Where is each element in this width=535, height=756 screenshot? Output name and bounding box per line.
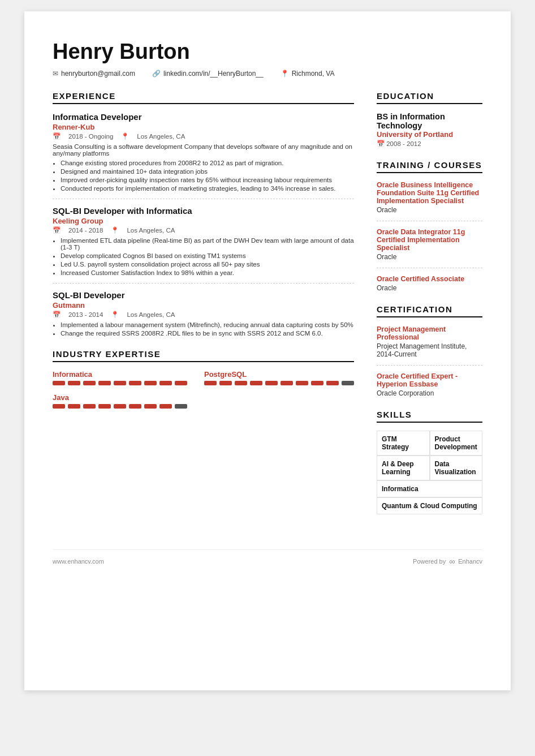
bullet-2-3: Led U.S. payroll system consolidation pr… [61, 261, 354, 268]
email-icon: ✉ [53, 70, 58, 78]
skills-grid: GTM Strategy Product Development AI & De… [377, 431, 482, 514]
dot-empty [175, 404, 187, 409]
education-section: EDUCATION BS in Information Technology U… [377, 91, 482, 148]
dot [296, 381, 308, 385]
certification-title: CERTIFICATION [377, 304, 482, 317]
footer: www.enhancv.com Powered by ∞ Enhancv [53, 549, 482, 566]
bullet-3-2: Change the required SSRS 2008R2 .RDL fil… [61, 330, 354, 337]
calendar-icon-2: 📅 [53, 226, 61, 234]
dot [159, 404, 172, 409]
skills-title: SKILLS [377, 410, 482, 423]
contact-row: ✉ henryburton@gmail.com 🔗 linkedin.com/i… [53, 70, 482, 78]
industry-title: INDUSTRY EXPERTISE [53, 349, 354, 362]
dot [159, 381, 172, 385]
skill-informatica: Informatica [377, 480, 482, 497]
training-item-3: Oracle Certified Associate Oracle [377, 275, 482, 292]
job-1: Informatica Developer Renner-Kub 📅 2018 … [53, 112, 354, 192]
dot [265, 381, 278, 385]
job-title-3: SQL-BI Developer [53, 290, 354, 300]
enhancv-logo-icon: ∞ [449, 557, 455, 566]
dot [235, 381, 247, 385]
bullet-1-1: Change existing stored procedures from 2… [61, 160, 354, 166]
industry-item-java: Java [53, 393, 354, 409]
dot [175, 381, 187, 385]
footer-brand: Powered by ∞ Enhancv [413, 557, 482, 566]
edu-calendar-icon: 📅 [377, 140, 385, 147]
bullet-1-3: Improved order-picking quality inspectio… [61, 177, 354, 183]
company-3: Gutmann [53, 301, 354, 310]
training-section: TRAINING / COURSES Oracle Business Intel… [377, 160, 482, 292]
location-icon-1: 📍 [121, 132, 129, 140]
industry-item-informatica: Informatica [53, 370, 187, 391]
bullet-3-1: Implemented a labour management system (… [61, 321, 354, 328]
training-org-2: Oracle [377, 253, 482, 261]
location-icon: 📍 [281, 70, 289, 78]
job-meta-2: 📅 2014 - 2018 📍 Los Angeles, CA [53, 226, 354, 234]
experience-title: EXPERIENCE [53, 91, 354, 104]
industry-grid: Informatica [53, 370, 354, 391]
linkedin-contact: 🔗 linkedin.com/in/__HenryBurton__ [152, 70, 264, 78]
dates-1: 2018 - Ongoing [68, 133, 113, 140]
education-title: EDUCATION [377, 91, 482, 104]
powered-by-label: Powered by [413, 558, 446, 565]
training-name-2: Oracle Data Integrator 11g Certified Imp… [377, 228, 482, 252]
industry-label-postgresql: PostgreSQL [204, 370, 354, 379]
bullets-2: Implemented ETL data pipeline (Real-time… [53, 237, 354, 276]
experience-section: EXPERIENCE Informatica Developer Renner-… [53, 91, 354, 337]
job-3: SQL-BI Developer Gutmann 📅 2013 - 2014 📍… [53, 290, 354, 337]
dot [326, 381, 339, 385]
skill-gtm: GTM Strategy [377, 431, 430, 456]
dot [83, 381, 96, 385]
location-icon-3: 📍 [111, 311, 119, 319]
dot [204, 381, 217, 385]
resume-page: Henry Burton ✉ henryburton@gmail.com 🔗 l… [24, 11, 511, 690]
cert-item-2: Oracle Certified Expert - Hyperion Essba… [377, 372, 482, 397]
edu-dates: 📅 2008 - 2012 [377, 140, 482, 148]
linkedin-icon: 🔗 [152, 70, 161, 78]
main-content: EXPERIENCE Informatica Developer Renner-… [53, 91, 482, 527]
edu-school: University of Portland [377, 130, 482, 139]
training-item-1: Oracle Business Intelligence Foundation … [377, 181, 482, 214]
company-1: Renner-Kub [53, 123, 354, 131]
skills-section: SKILLS GTM Strategy Product Development … [377, 410, 482, 514]
right-column: EDUCATION BS in Information Technology U… [377, 91, 482, 527]
training-org-3: Oracle [377, 284, 482, 292]
industry-label-java: Java [53, 393, 354, 402]
candidate-name: Henry Burton [53, 40, 482, 64]
cert-org-2: Oracle Corporation [377, 389, 482, 397]
bullet-2-4: Increased Customer Satisfaction Index to… [61, 269, 354, 276]
email-contact: ✉ henryburton@gmail.com [53, 70, 135, 78]
dot [144, 381, 157, 385]
linkedin-value: linkedin.com/in/__HenryBurton__ [163, 70, 264, 78]
dot [68, 404, 80, 409]
job-title-1: Informatica Developer [53, 112, 354, 122]
dot [311, 381, 323, 385]
dot [98, 381, 111, 385]
job-2: SQL-BI Developer with Informatica Keelin… [53, 206, 354, 276]
dot-row-informatica [53, 381, 187, 385]
bullets-3: Implemented a labour management system (… [53, 321, 354, 337]
location-contact: 📍 Richmond, VA [281, 70, 335, 78]
job-title-2: SQL-BI Developer with Informatica [53, 206, 354, 216]
dot [281, 381, 293, 385]
skill-quantum: Quantum & Cloud Computing [377, 497, 482, 514]
edu-degree: BS in Information Technology [377, 112, 482, 130]
training-name-3: Oracle Certified Associate [377, 275, 482, 283]
skill-data-viz: Data Visualization [430, 456, 483, 480]
dot [144, 404, 157, 409]
dot [219, 381, 232, 385]
bullet-1-4: Conducted reports for implementation of … [61, 185, 354, 192]
brand-name: Enhancv [458, 558, 482, 565]
bullet-1-2: Designed and maintained 10+ data integra… [61, 168, 354, 175]
company-2: Keeling Group [53, 217, 354, 225]
dot [250, 381, 262, 385]
location-icon-2: 📍 [111, 226, 119, 234]
training-org-1: Oracle [377, 206, 482, 214]
location-1: Los Angeles, CA [137, 133, 185, 140]
bullets-1: Change existing stored procedures from 2… [53, 160, 354, 192]
cert-name-1: Project Management Professional [377, 325, 482, 341]
location-2: Los Angeles, CA [127, 227, 175, 234]
dot [53, 404, 65, 409]
skill-product-dev: Product Development [430, 431, 483, 456]
calendar-icon-1: 📅 [53, 132, 61, 140]
